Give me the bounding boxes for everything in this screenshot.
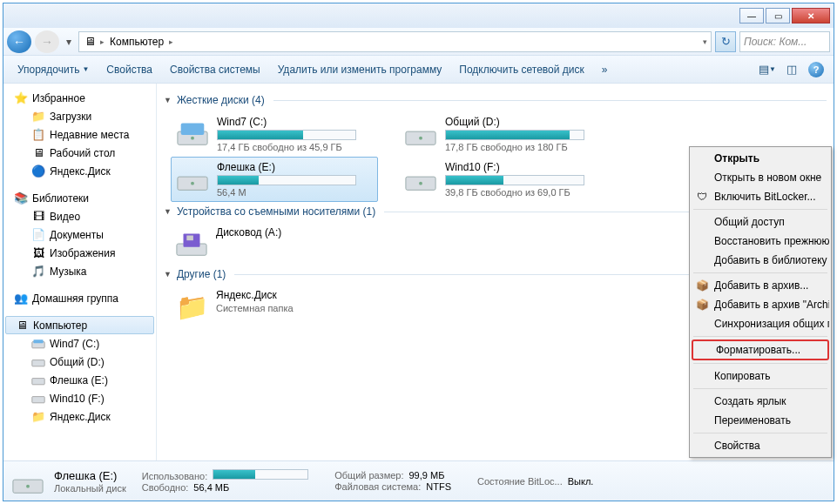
close-button[interactable]: ✕ [792,8,830,24]
more-button[interactable]: » [595,60,615,79]
drive-e[interactable]: Флешка (E:) 56,4 М [171,157,378,202]
history-dropdown[interactable]: ▾ [63,33,75,50]
sidebar-item-documents[interactable]: 📄Документы [3,225,156,244]
ctx-separator [693,209,827,210]
sidebar-item-drive-f[interactable]: Wind10 (F:) [3,389,156,407]
ctx-add-library[interactable]: Добавить в библиотеку [692,251,829,270]
svg-rect-2 [32,360,44,366]
drive-a[interactable]: Дисковод (A:) [171,223,378,265]
properties-button[interactable]: Свойства [99,60,159,79]
sidebar-item-drive-e[interactable]: Флешка (E:) [3,371,156,389]
system-properties-button[interactable]: Свойства системы [163,60,267,79]
folder-icon: 📁 [31,110,45,124]
sidebar-item-videos[interactable]: 🎞Видео [3,207,156,225]
sidebar-item-drive-c[interactable]: Wind7 (C:) [3,334,156,353]
chevron-right-icon[interactable]: ▸ [100,37,105,46]
collapse-icon[interactable]: ▼ [164,270,172,279]
view-mode-button[interactable]: ▤ ▼ [757,59,778,80]
sidebar-item-yandexdisk[interactable]: 🔵Яндекс.Диск [3,162,156,180]
uninstall-button[interactable]: Удалить или изменить программу [271,60,449,79]
ctx-sync[interactable]: Синхронизация общих п [692,314,829,333]
drive-free-text: 17,4 ГБ свободно из 45,9 ГБ [217,142,374,152]
ctx-share[interactable]: Общий доступ [692,212,829,232]
ctx-open[interactable]: Открыть [692,149,829,168]
section-hard-drives[interactable]: ▼Жесткие диски (4) [164,94,827,106]
svg-rect-3 [32,378,44,384]
breadcrumb-computer[interactable]: Компьютер [108,36,165,48]
ctx-add-archive[interactable]: 📦Добавить в архив... [692,276,829,295]
homegroup-icon: 👥 [14,292,28,306]
desktop-icon: 🖥 [31,146,45,160]
svg-point-11 [191,182,194,185]
maximize-button[interactable]: ▭ [766,8,790,24]
sidebar-computer[interactable]: 🖥Компьютер [5,316,154,334]
minimize-button[interactable]: — [739,8,764,24]
ctx-open-new-window[interactable]: Открыть в новом окне [692,168,829,187]
ctx-properties[interactable]: Свойства [692,436,829,455]
sidebar-homegroup[interactable]: 👥Домашняя группа [3,289,156,307]
refresh-button[interactable]: ↻ [715,31,736,52]
map-drive-button[interactable]: Подключить сетевой диск [452,60,591,79]
sidebar-item-downloads[interactable]: 📁Загрузки [3,107,156,125]
fs-label: Файловая система: [334,481,421,492]
drive-icon [175,116,210,151]
folder-label: Яндекс.Диск [216,289,375,301]
ctx-copy[interactable]: Копировать [692,366,829,386]
back-button[interactable]: ← [7,30,31,53]
status-name: Флешка (E:) [54,469,126,482]
folder-icon: 📁 [174,289,209,324]
sidebar-item-pictures[interactable]: 🖼Изображения [3,244,156,262]
drive-icon [31,373,45,387]
shield-icon: 🛡 [695,190,709,204]
ctx-add-archive-named[interactable]: 📦Добавить в архив "Archiv [692,295,829,314]
library-icon: 📚 [14,192,28,205]
ctx-bitlocker[interactable]: 🛡Включить BitLocker... [692,187,829,206]
navigation-pane: ⭐Избранное 📁Загрузки 📋Недавние места 🖥Ра… [3,84,157,460]
explorer-window: — ▭ ✕ ← → ▾ 🖥 ▸ Компьютер ▸ ▾ ↻ Поиск: К… [3,3,834,501]
free-label: Свободно: [142,482,189,493]
svg-point-7 [191,137,194,140]
size-value: 99,9 МБ [409,470,445,480]
search-input[interactable]: Поиск: Ком... [739,31,830,52]
drive-d[interactable]: Общий (D:) 17,8 ГБ свободно из 180 ГБ [399,111,606,157]
ctx-separator [693,363,827,364]
forward-button[interactable]: → [35,30,59,53]
drive-label: Флешка (E:) [217,161,374,173]
ctx-format[interactable]: Форматировать... [692,339,829,360]
drive-icon [175,161,210,196]
collapse-icon[interactable]: ▼ [164,207,172,216]
ctx-rename[interactable]: Переименовать [692,411,829,430]
sidebar-favorites[interactable]: ⭐Избранное [3,89,156,107]
sidebar-libraries[interactable]: 📚Библиотеки [3,189,156,207]
help-button[interactable]: ? [806,59,827,80]
sidebar-item-recent[interactable]: 📋Недавние места [3,125,156,144]
sidebar-item-desktop[interactable]: 🖥Рабочий стол [3,144,156,162]
sidebar-item-yandexdisk-drive[interactable]: 📁Яндекс.Диск [3,407,156,426]
svg-rect-1 [33,339,43,343]
bitlocker-value: Выкл. [568,476,594,487]
ctx-restore[interactable]: Восстановить прежнюю [692,232,829,251]
chevron-right-icon[interactable]: ▸ [169,37,173,46]
folder-yandexdisk[interactable]: 📁 Яндекс.Диск Системная папка [171,286,378,327]
usage-bar [445,175,584,185]
collapse-icon[interactable]: ▼ [164,96,172,104]
drive-c[interactable]: Wind7 (C:) 17,4 ГБ свободно из 45,9 ГБ [171,111,378,157]
address-bar[interactable]: 🖥 ▸ Компьютер ▸ ▾ [78,31,712,52]
fs-value: NTFS [426,481,451,492]
drive-icon [403,161,438,196]
preview-pane-button[interactable]: ◫ [781,59,802,80]
sidebar-item-music[interactable]: 🎵Музыка [3,262,156,280]
ctx-separator [693,336,827,337]
ctx-create-shortcut[interactable]: Создать ярлык [692,392,829,411]
drive-icon [31,392,45,406]
sidebar-item-drive-d[interactable]: Общий (D:) [3,353,156,371]
address-dropdown[interactable]: ▾ [703,37,707,46]
context-menu: Открыть Открыть в новом окне 🛡Включить B… [689,146,832,458]
usage-bar [445,130,584,140]
drive-f[interactable]: Wind10 (F:) 39,8 ГБ свободно из 69,0 ГБ [399,157,606,202]
drive-icon [31,355,45,369]
organize-button[interactable]: Упорядочить▼ [10,60,96,79]
used-label: Использовано: [142,471,208,481]
drive-label: Wind10 (F:) [445,161,602,173]
ctx-separator [693,388,827,389]
